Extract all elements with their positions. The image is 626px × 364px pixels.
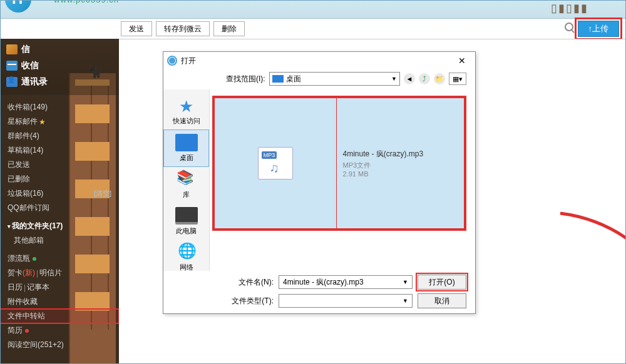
file-name-label: 4minute - 疯(crazy).mp3 xyxy=(343,149,424,159)
places-bar: ★快速访问 桌面 库 此电脑 网络 xyxy=(163,89,210,271)
up-icon[interactable]: ⤴ xyxy=(419,73,430,84)
search-icon[interactable] xyxy=(565,23,573,31)
trash-clear-link[interactable]: [清空] xyxy=(94,189,111,198)
filename-input[interactable]: 4minute - 疯(crazy).mp3▼ xyxy=(279,275,413,289)
brand-logo: 河东软件园 www.pc0359.cn xyxy=(5,0,31,15)
place-quickaccess[interactable]: ★快速访问 xyxy=(163,93,209,129)
sidebar-item-trash[interactable]: 垃圾箱(16)[清空] xyxy=(0,186,119,201)
sidebar-item-groupmail[interactable]: 群邮件(4) xyxy=(0,129,119,143)
browser-icon xyxy=(167,56,177,66)
nav-compose[interactable]: 信 xyxy=(0,41,119,58)
sidebar-item-greeting[interactable]: 贺卡(新)|明信片 xyxy=(0,266,119,280)
chevron-down-icon: ▼ xyxy=(403,298,408,304)
sidebar-item-drift[interactable]: 漂流瓶 xyxy=(0,251,119,266)
save-weiyun-button[interactable]: 转存到微云 xyxy=(156,21,210,36)
file-type-label: MP3文件 xyxy=(343,161,371,170)
nav-inbox[interactable]: 收信 xyxy=(0,58,119,74)
place-library[interactable]: 库 xyxy=(163,167,209,203)
new-folder-icon[interactable]: 📁 xyxy=(434,73,445,84)
brand-url: www.pc0359.cn xyxy=(54,0,119,4)
library-icon xyxy=(175,171,198,188)
sidebar-item-deleted[interactable]: 已删除 xyxy=(0,172,119,186)
dialog-title: 打开 xyxy=(181,56,196,66)
chevron-down-icon: ▾ xyxy=(8,223,11,230)
view-mode-button[interactable]: ▦▾ xyxy=(449,73,466,85)
file-open-dialog: 打开 ✕ 查找范围(I): 桌面 ▼ ◄ ⤴ 📁 ▦▾ ★快速访问 桌面 库 此… xyxy=(163,51,476,314)
filetype-select[interactable]: ▼ xyxy=(279,294,413,308)
upload-button[interactable]: ↑上传 xyxy=(578,21,620,37)
toolbar: 发送 转存到微云 删除 xyxy=(121,21,245,36)
close-icon[interactable]: ✕ xyxy=(453,56,471,66)
send-button[interactable]: 发送 xyxy=(121,21,152,36)
file-list[interactable]: 4minute - 疯(crazy).mp3 MP3文件 2.91 MB xyxy=(210,89,475,271)
chevron-down-icon: ▼ xyxy=(403,279,408,285)
filetype-label: 文件类型(T): xyxy=(226,296,274,306)
cancel-button[interactable]: 取消 xyxy=(418,293,466,308)
inbox-icon xyxy=(6,61,18,71)
place-desktop[interactable]: 桌面 xyxy=(163,129,209,167)
lookup-combo[interactable]: 桌面 ▼ xyxy=(269,72,400,86)
dot-icon xyxy=(25,329,29,333)
file-selection-highlight: 4minute - 疯(crazy).mp3 MP3文件 2.91 MB xyxy=(212,96,466,231)
star-icon: ★ xyxy=(39,118,46,126)
place-thispc[interactable]: 此电脑 xyxy=(163,203,209,240)
file-size-label: 2.91 MB xyxy=(343,170,369,178)
file-thumbnail[interactable] xyxy=(215,98,336,228)
sidebar: 信 收信 通讯录 收件箱(149) 星标邮件★ 群邮件(4) 草稿箱(14) 已… xyxy=(0,39,119,364)
place-network[interactable]: 网络 xyxy=(163,240,209,276)
star-icon: ★ xyxy=(175,97,198,114)
nav-contacts[interactable]: 通讯录 xyxy=(0,74,119,90)
decor-buildings: ▯▮▯▮▮ xyxy=(551,1,588,15)
sidebar-item-myfolder[interactable]: ▾我的文件夹(17) xyxy=(0,219,119,233)
desktop-icon xyxy=(175,134,198,151)
sidebar-item-calendar[interactable]: 日历|记事本 xyxy=(0,280,119,295)
chevron-down-icon: ▼ xyxy=(391,76,397,82)
sidebar-item-drafts[interactable]: 草稿箱(14) xyxy=(0,143,119,158)
logo-icon xyxy=(5,0,31,13)
file-details: 4minute - 疯(crazy).mp3 MP3文件 2.91 MB xyxy=(336,98,464,228)
dialog-titlebar: 打开 ✕ xyxy=(163,52,475,69)
sidebar-item-readspace[interactable]: 阅读空间(251+2) xyxy=(0,338,119,352)
desktop-icon xyxy=(272,75,284,83)
open-button[interactable]: 打开(O) xyxy=(418,275,466,290)
sidebar-item-othermail[interactable]: 其他邮箱 xyxy=(0,233,119,248)
upload-highlight: ↑上传 xyxy=(575,18,623,40)
dot-icon xyxy=(33,257,36,261)
delete-button[interactable]: 删除 xyxy=(213,21,245,36)
back-icon[interactable]: ◄ xyxy=(404,73,415,84)
filename-label: 文件名(N): xyxy=(226,277,274,288)
mp3-file-icon xyxy=(258,147,293,179)
sidebar-item-attachments[interactable]: 附件收藏 xyxy=(0,295,119,309)
computer-icon xyxy=(175,207,198,225)
sidebar-item-subscribe[interactable]: QQ邮件订阅 xyxy=(0,201,119,215)
sidebar-item-filestation[interactable]: 文件中转站 xyxy=(0,309,119,323)
sidebar-item-inbox[interactable]: 收件箱(149) xyxy=(0,100,119,114)
sidebar-item-resume[interactable]: 简历 xyxy=(0,323,119,338)
globe-icon xyxy=(175,243,198,261)
sidebar-item-starred[interactable]: 星标邮件★ xyxy=(0,114,119,129)
lookup-label: 查找范围(I): xyxy=(226,74,265,84)
sidebar-item-sent[interactable]: 已发送 xyxy=(0,158,119,172)
contacts-icon xyxy=(6,77,18,87)
pencil-icon xyxy=(6,44,18,54)
